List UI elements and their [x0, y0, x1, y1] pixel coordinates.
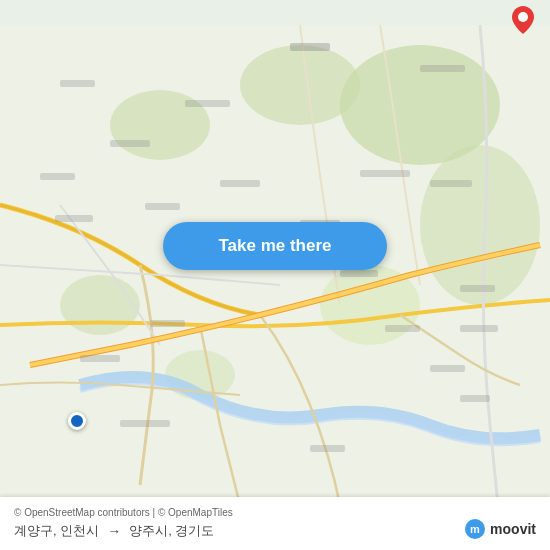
svg-point-4 — [420, 145, 540, 305]
svg-rect-26 — [120, 420, 170, 427]
svg-rect-24 — [150, 320, 185, 327]
map-attribution: © OpenStreetMap contributors | © OpenMap… — [14, 507, 536, 518]
map-container: Take me there © OpenStreetMap contributo… — [0, 0, 550, 550]
svg-rect-22 — [385, 325, 420, 332]
svg-rect-16 — [145, 203, 180, 210]
bottom-bar: © OpenStreetMap contributors | © OpenMap… — [0, 497, 550, 550]
destination-label: 양주시, 경기도 — [129, 522, 214, 540]
svg-rect-29 — [460, 325, 498, 332]
svg-text:m: m — [470, 523, 480, 535]
svg-rect-13 — [360, 170, 410, 177]
svg-point-6 — [60, 275, 140, 335]
svg-rect-9 — [60, 80, 95, 87]
svg-rect-23 — [430, 365, 465, 372]
svg-rect-25 — [80, 355, 120, 362]
moovit-logo: m moovit — [464, 518, 536, 540]
svg-rect-15 — [55, 215, 93, 222]
svg-rect-17 — [220, 180, 260, 187]
moovit-icon: m — [464, 518, 486, 540]
svg-rect-30 — [460, 395, 490, 402]
svg-point-2 — [240, 45, 360, 125]
route-arrow: → — [107, 523, 121, 539]
svg-rect-18 — [430, 180, 472, 187]
origin-label: 계양구, 인천시 — [14, 522, 99, 540]
svg-rect-10 — [185, 100, 230, 107]
svg-rect-21 — [340, 270, 378, 277]
svg-rect-14 — [40, 173, 75, 180]
svg-rect-12 — [420, 65, 465, 72]
svg-rect-8 — [290, 43, 330, 51]
route-info: 계양구, 인천시 → 양주시, 경기도 m moovit — [14, 522, 536, 540]
map-background — [0, 0, 550, 550]
svg-point-31 — [518, 12, 528, 22]
svg-rect-27 — [310, 445, 345, 452]
destination-marker — [512, 6, 534, 34]
svg-rect-28 — [460, 285, 495, 292]
svg-rect-11 — [110, 140, 150, 147]
take-me-there-button[interactable]: Take me there — [163, 222, 387, 270]
origin-marker — [68, 412, 86, 430]
moovit-text: moovit — [490, 521, 536, 537]
